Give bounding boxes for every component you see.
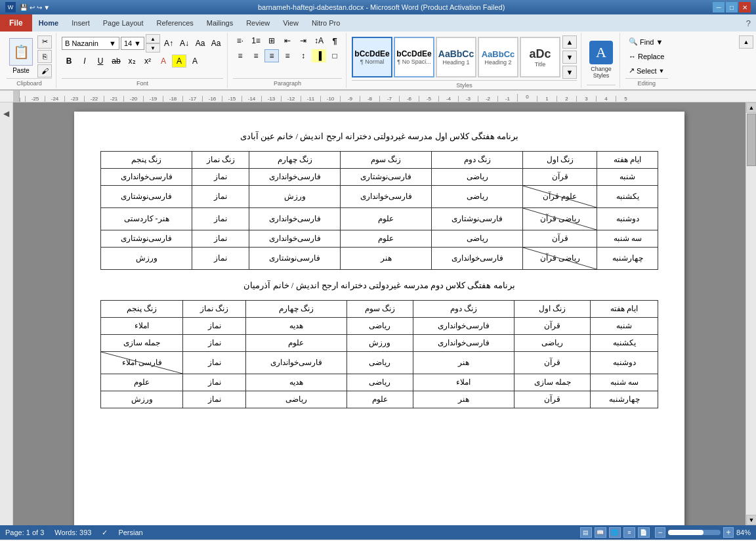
outline-icon[interactable]: ≡ [623, 527, 635, 538]
tab-nitro[interactable]: Nitro Pro [305, 14, 346, 32]
styles-down-button[interactable]: ▼ [562, 51, 577, 64]
styles-label: Styles [352, 80, 577, 89]
table-cell: هنر [413, 391, 514, 408]
table-header-days: ایام هفته [597, 152, 658, 169]
minimize-button[interactable]: ─ [713, 2, 724, 12]
font-name-value: B Nazanin [65, 39, 98, 47]
style-heading1[interactable]: AaBbCc Heading 1 [436, 37, 476, 77]
text-effects-button[interactable]: A [188, 54, 202, 68]
select-row: ↗ Select ▼ [625, 64, 668, 77]
style-no-spacing[interactable]: bCcDdEe ¶ No Spaci... [394, 37, 434, 77]
borders-button[interactable]: □ [327, 49, 342, 62]
collapse-ribbon-button[interactable]: ▲ [739, 35, 753, 49]
highlight-button[interactable]: A [172, 54, 186, 68]
table-cell: چهارشنبه [597, 248, 658, 270]
tab-review[interactable]: Review [240, 14, 276, 32]
close-button[interactable]: ✕ [739, 2, 751, 12]
draft-icon[interactable]: 📄 [638, 527, 650, 538]
table-cell: نماز [183, 352, 246, 374]
select-button[interactable]: ↗ Select ▼ [625, 64, 668, 77]
numbering-button[interactable]: 1≡ [249, 34, 263, 47]
bullets-button[interactable]: ≡· [233, 34, 247, 47]
table-cell: ریاضی [346, 352, 413, 374]
table2: ایام هفته زنگ اول زنگ دوم زنگ سوم زنگ چه… [100, 300, 658, 408]
aa-button[interactable]: Aa [209, 37, 223, 50]
table-cell: شنبه [591, 318, 658, 335]
zoom-out-button[interactable]: − [655, 527, 665, 538]
bold-button[interactable]: B [62, 54, 76, 68]
font-name-dropdown[interactable]: B Nazanin ▼ [62, 37, 119, 50]
table-cell: فارسی‌نوشتاری [249, 248, 341, 270]
table-cell: نماز [192, 208, 249, 230]
vertical-scrollbar[interactable]: ▲ ▼ [746, 102, 756, 525]
line-spacing-button[interactable]: ↕ [296, 49, 310, 62]
paste-button[interactable]: 📋 Paste [7, 37, 35, 76]
style-normal[interactable]: bCcDdEe ¶ Normal [352, 37, 392, 77]
font-size-dropdown[interactable]: 14 ▼ [121, 37, 144, 50]
zoom-in-button[interactable]: + [723, 527, 734, 538]
print-layout-icon[interactable]: ▤ [580, 527, 592, 538]
cut-button[interactable]: ✂ [37, 35, 52, 49]
tab-mailings[interactable]: Mailings [200, 14, 240, 32]
grow-font-button[interactable]: A↑ [161, 37, 176, 50]
change-styles-button[interactable]: A ChangeStyles [587, 34, 616, 85]
align-left-button[interactable]: ≡ [233, 49, 247, 62]
justify-button[interactable]: ≡ [280, 49, 295, 62]
increase-indent-button[interactable]: ⇥ [296, 34, 310, 47]
table-cell diagonal-cell: علوم قرآن [523, 186, 597, 208]
style-title[interactable]: aDc Title [520, 37, 560, 77]
italic-button[interactable]: I [77, 54, 92, 68]
find-button[interactable]: 🔍 Find ▼ [625, 35, 666, 49]
sort-button[interactable]: ↕A [312, 34, 326, 47]
align-center-button[interactable]: ≡ [249, 49, 263, 62]
full-reading-icon[interactable]: 📖 [595, 527, 606, 538]
decrease-indent-button[interactable]: ⇤ [280, 34, 295, 47]
underline-button[interactable]: U [93, 54, 108, 68]
ribbon-expander: ▲ [739, 33, 753, 88]
copy-button[interactable]: ⎘ [37, 50, 52, 63]
format-painter-button[interactable]: 🖌 [37, 64, 52, 77]
font-color-button[interactable]: A [156, 54, 171, 68]
clear-format-button[interactable]: Aa [193, 37, 207, 50]
clipboard-group: 📋 Paste ✂ ⎘ 🖌 Clipboard [3, 33, 56, 88]
paste-label: Paste [12, 67, 30, 74]
multilevel-button[interactable]: ⊞ [264, 34, 279, 47]
table-cell: فارسی‌خوانداری [101, 169, 192, 186]
tab-view[interactable]: View [276, 14, 305, 32]
style-heading2[interactable]: AaBbCc Heading 2 [478, 37, 518, 77]
scroll-up-button[interactable]: ▲ [746, 102, 756, 113]
maximize-button[interactable]: □ [726, 2, 738, 12]
tab-references[interactable]: References [150, 14, 200, 32]
select-arrow: ▼ [659, 68, 665, 74]
decrease-font-button[interactable]: ▼ [146, 43, 160, 53]
tab-home[interactable]: Home [32, 14, 66, 32]
ribbon-help-button[interactable]: ? [741, 17, 756, 30]
scroll-down-button[interactable]: ▼ [746, 515, 756, 525]
tab-page-layout[interactable]: Page Layout [96, 14, 150, 32]
zoom-bar[interactable] [668, 530, 721, 535]
table-cell: املاء [101, 318, 183, 335]
shrink-font-button[interactable]: A↓ [177, 37, 192, 50]
styles-more-button[interactable]: ▼ [562, 66, 577, 79]
web-layout-icon[interactable]: 🌐 [609, 527, 621, 538]
tab-insert[interactable]: Insert [65, 14, 96, 32]
style-normal-text: bCcDdEe [354, 49, 389, 58]
subscript-button[interactable]: x₂ [125, 54, 139, 68]
increase-font-button[interactable]: ▲ [146, 34, 160, 43]
table-row: سه شنبه قرآن ریاضی علوم فارسی‌خوانداری ن… [101, 230, 658, 248]
replace-button[interactable]: ↔ Replace [625, 50, 667, 63]
paragraph-content: ≡· 1≡ ⊞ ⇤ ⇥ ↕A ¶ ≡ ≡ ≡ ≡ ↕ ▐ □ [233, 34, 342, 78]
scroll-thumb[interactable] [747, 114, 756, 166]
shading-button[interactable]: ▐ [312, 49, 326, 62]
show-para-button[interactable]: ¶ [327, 34, 342, 47]
superscript-button[interactable]: x² [140, 54, 155, 68]
align-right-button[interactable]: ≡ [264, 49, 279, 62]
style-h2-label: Heading 2 [484, 59, 511, 66]
window-controls[interactable]: ─ □ ✕ [713, 2, 751, 12]
table-header-bell2: زنگ دوم [432, 152, 523, 169]
file-tab[interactable]: File [0, 14, 32, 32]
strikethrough-button[interactable]: ab [109, 54, 123, 68]
styles-up-button[interactable]: ▲ [562, 35, 577, 49]
page-break-icon[interactable]: ◀ [3, 109, 9, 118]
table-cell: یکشنبه [591, 335, 658, 352]
